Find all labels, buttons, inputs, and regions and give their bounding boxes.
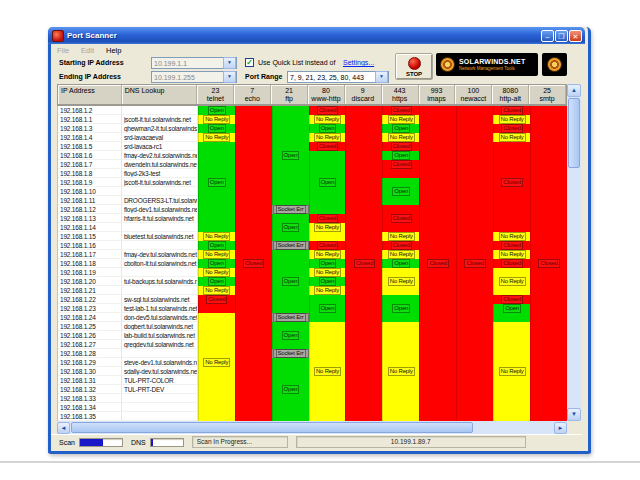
port-status-cell[interactable] bbox=[530, 205, 567, 214]
port-status-cell[interactable] bbox=[530, 232, 567, 241]
port-status-cell[interactable]: No Reply bbox=[198, 268, 235, 277]
port-status-cell[interactable]: Open bbox=[198, 241, 235, 250]
ip-cell[interactable]: 192.168.1.31 bbox=[58, 376, 122, 385]
ip-cell[interactable]: 192.168.1.12 bbox=[58, 205, 122, 214]
header-ip-address[interactable]: IP Address bbox=[58, 85, 122, 104]
dns-cell[interactable] bbox=[122, 286, 198, 295]
dns-cell[interactable]: TUL-PRT-COLOR bbox=[122, 376, 198, 385]
table-row[interactable]: 192.168.1.19No ReplyNo Reply bbox=[58, 268, 567, 277]
ip-cell[interactable]: 192.168.1.30 bbox=[58, 367, 122, 376]
port-status-cell[interactable]: Open bbox=[272, 151, 309, 160]
port-status-cell[interactable]: Open bbox=[382, 304, 419, 313]
port-status-cell[interactable] bbox=[309, 196, 346, 205]
table-row[interactable]: 192.168.1.7dwendeln.tul.solarwinds.netCl… bbox=[58, 160, 567, 169]
port-status-cell[interactable] bbox=[456, 223, 493, 232]
port-status-cell[interactable] bbox=[235, 223, 272, 232]
dns-cell[interactable]: dogbert.tul.solarwinds.net bbox=[122, 322, 198, 331]
port-status-cell[interactable] bbox=[309, 169, 346, 178]
dns-cell[interactable]: fmay-dev2.tul.solarwinds.net bbox=[122, 151, 198, 160]
port-status-cell[interactable]: Closed bbox=[419, 259, 456, 268]
port-status-cell[interactable] bbox=[235, 142, 272, 151]
port-status-cell[interactable]: Closed bbox=[345, 259, 382, 268]
port-status-cell[interactable] bbox=[493, 169, 530, 178]
port-status-cell[interactable] bbox=[272, 286, 309, 295]
port-status-cell[interactable] bbox=[493, 313, 530, 322]
port-status-cell[interactable] bbox=[419, 169, 456, 178]
port-status-cell[interactable] bbox=[345, 133, 382, 142]
port-status-cell[interactable]: Open bbox=[382, 259, 419, 268]
port-status-cell[interactable] bbox=[456, 340, 493, 349]
port-status-cell[interactable] bbox=[419, 295, 456, 304]
port-status-cell[interactable] bbox=[345, 241, 382, 250]
port-status-cell[interactable]: Socket Err bbox=[272, 349, 309, 358]
port-status-cell[interactable] bbox=[419, 214, 456, 223]
port-status-cell[interactable] bbox=[272, 412, 309, 421]
port-status-cell[interactable] bbox=[309, 376, 346, 385]
port-status-cell[interactable]: Open bbox=[272, 385, 309, 394]
port-status-cell[interactable] bbox=[493, 223, 530, 232]
port-status-cell[interactable] bbox=[456, 106, 493, 115]
port-status-cell[interactable] bbox=[419, 178, 456, 187]
ip-cell[interactable]: 192.168.1.34 bbox=[58, 403, 122, 412]
port-status-cell[interactable] bbox=[309, 412, 346, 421]
port-status-cell[interactable] bbox=[235, 367, 272, 376]
port-status-cell[interactable] bbox=[456, 394, 493, 403]
port-status-cell[interactable] bbox=[345, 349, 382, 358]
port-status-cell[interactable] bbox=[345, 403, 382, 412]
port-status-cell[interactable] bbox=[235, 277, 272, 286]
port-status-cell[interactable] bbox=[382, 223, 419, 232]
port-status-cell[interactable] bbox=[345, 295, 382, 304]
port-status-cell[interactable] bbox=[272, 358, 309, 367]
port-status-cell[interactable]: No Reply bbox=[198, 250, 235, 259]
dns-cell[interactable]: sdaily-dev.tul.solarwinds.net bbox=[122, 367, 198, 376]
port-status-cell[interactable]: Open bbox=[272, 277, 309, 286]
settings-link[interactable]: Settings... bbox=[343, 59, 374, 66]
port-status-cell[interactable]: Socket Err bbox=[272, 205, 309, 214]
quicklist-checkbox[interactable]: ✓ bbox=[245, 58, 254, 67]
ip-cell[interactable]: 192.168.1.20 bbox=[58, 277, 122, 286]
port-status-cell[interactable] bbox=[419, 241, 456, 250]
ip-cell[interactable]: 192.168.1.27 bbox=[58, 340, 122, 349]
port-status-cell[interactable] bbox=[272, 196, 309, 205]
port-status-cell[interactable] bbox=[456, 412, 493, 421]
port-status-cell[interactable] bbox=[382, 331, 419, 340]
port-status-cell[interactable] bbox=[198, 412, 235, 421]
port-status-cell[interactable]: No Reply bbox=[309, 133, 346, 142]
port-status-cell[interactable]: No Reply bbox=[309, 115, 346, 124]
table-row[interactable]: 192.168.1.3ghewman2-lt.tul.solarwinds.ne… bbox=[58, 124, 567, 133]
port-status-cell[interactable]: Closed bbox=[382, 160, 419, 169]
port-status-cell[interactable] bbox=[235, 250, 272, 259]
port-status-cell[interactable] bbox=[272, 115, 309, 124]
port-status-cell[interactable]: Open bbox=[272, 223, 309, 232]
port-status-cell[interactable] bbox=[198, 151, 235, 160]
port-status-cell[interactable]: Closed bbox=[493, 106, 530, 115]
dns-cell[interactable] bbox=[122, 412, 198, 421]
port-status-cell[interactable] bbox=[456, 169, 493, 178]
port-status-cell[interactable] bbox=[419, 115, 456, 124]
port-status-cell[interactable] bbox=[456, 376, 493, 385]
port-status-cell[interactable] bbox=[456, 268, 493, 277]
port-status-cell[interactable] bbox=[456, 160, 493, 169]
port-status-cell[interactable] bbox=[272, 214, 309, 223]
ip-cell[interactable]: 192.168.1.35 bbox=[58, 412, 122, 421]
scroll-right-icon[interactable]: ► bbox=[554, 422, 567, 434]
port-status-cell[interactable] bbox=[530, 340, 567, 349]
title-bar[interactable]: Port Scanner – ❒ ✕ bbox=[48, 27, 585, 44]
table-row[interactable]: 192.168.1.25dogbert.tul.solarwinds.net bbox=[58, 322, 567, 331]
port-status-cell[interactable] bbox=[272, 394, 309, 403]
port-status-cell[interactable] bbox=[419, 187, 456, 196]
port-status-cell[interactable] bbox=[419, 304, 456, 313]
chevron-down-icon[interactable]: ▼ bbox=[375, 71, 388, 83]
port-status-cell[interactable] bbox=[272, 124, 309, 133]
port-status-cell[interactable] bbox=[456, 313, 493, 322]
port-status-cell[interactable] bbox=[235, 313, 272, 322]
port-status-cell[interactable]: Open bbox=[198, 277, 235, 286]
port-status-cell[interactable] bbox=[198, 214, 235, 223]
port-status-cell[interactable] bbox=[272, 340, 309, 349]
port-status-cell[interactable] bbox=[530, 187, 567, 196]
port-status-cell[interactable]: Open bbox=[198, 106, 235, 115]
port-status-cell[interactable]: No Reply bbox=[382, 133, 419, 142]
port-status-cell[interactable] bbox=[198, 385, 235, 394]
port-status-cell[interactable]: No Reply bbox=[493, 133, 530, 142]
port-status-cell[interactable] bbox=[419, 268, 456, 277]
